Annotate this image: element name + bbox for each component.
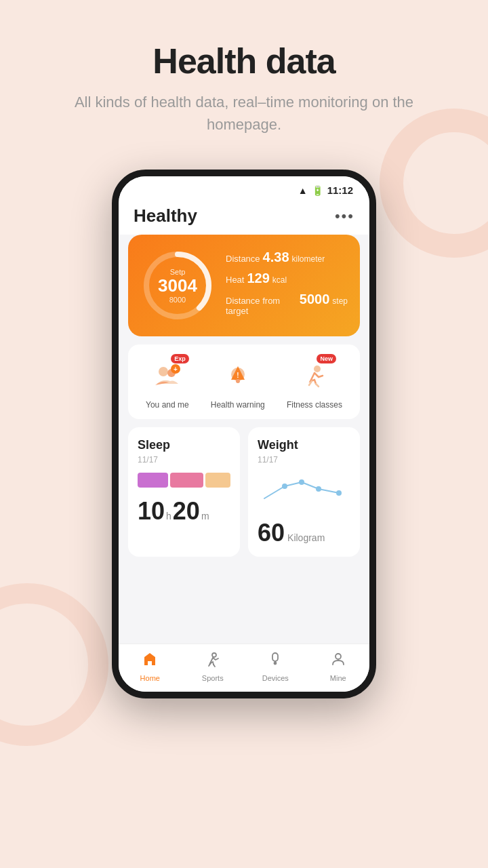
page-header: Health data All kinds of health data, re…	[0, 0, 488, 156]
sleep-card[interactable]: Sleep 11/17 10 h 20 m	[128, 427, 240, 557]
sleep-value: 10 h 20 m	[138, 497, 230, 526]
weight-title: Weight	[258, 438, 350, 452]
mine-icon	[330, 651, 346, 671]
sleep-bar-deep	[138, 473, 168, 488]
heat-value: 129	[247, 271, 269, 286]
svg-text:+: +	[174, 366, 178, 373]
fitness-classes-icon	[301, 362, 328, 389]
sleep-hours: 10	[138, 497, 165, 526]
bottom-nav: Home Sports	[119, 644, 369, 692]
you-and-me-icon: +	[154, 362, 181, 389]
feature-you-and-me[interactable]: Exp + You and me	[146, 357, 189, 410]
svg-point-15	[212, 653, 216, 657]
phone-content: Setp 3004 8000 Distance 4.38 kilometer H…	[119, 235, 369, 644]
heat-unit: kcal	[272, 275, 287, 285]
svg-point-12	[299, 479, 304, 485]
weight-chart	[258, 473, 350, 509]
sleep-date: 11/17	[138, 455, 230, 465]
time-display: 11:12	[327, 184, 353, 196]
svg-point-10	[314, 366, 321, 372]
sports-icon	[205, 651, 221, 671]
weight-number: 60	[258, 519, 285, 547]
nav-home-label: Home	[140, 674, 160, 682]
menu-button[interactable]: •••	[335, 208, 354, 225]
svg-rect-16	[272, 653, 278, 661]
weight-date: 11/17	[258, 455, 350, 465]
steps-value: 3004	[158, 276, 197, 296]
svg-text:!: !	[237, 372, 239, 379]
svg-point-11	[282, 484, 287, 489]
fitness-classes-icon-wrap: New	[296, 357, 333, 395]
svg-point-14	[336, 490, 342, 496]
target-unit: step	[332, 296, 348, 306]
data-cards-row: Sleep 11/17 10 h 20 m	[128, 427, 360, 557]
steps-label: Setp	[158, 268, 197, 276]
svg-point-9	[236, 379, 240, 383]
svg-point-2	[159, 367, 168, 376]
page-subtitle: All kinds of health data, real–time moni…	[0, 91, 488, 136]
feature-fitness-classes[interactable]: New Fitness classes	[287, 357, 342, 410]
sleep-bars	[138, 473, 230, 488]
features-card: Exp + You and me	[128, 344, 360, 419]
steps-stats: Distance 4.38 kilometer Heat 129 kcal Di…	[226, 250, 348, 321]
sleep-minutes-unit: m	[201, 511, 209, 521]
weight-value: 60 Kilogram	[258, 519, 350, 547]
target-stat: Distance from target 5000 step	[226, 292, 348, 316]
devices-icon	[267, 651, 283, 671]
you-and-me-icon-wrap: Exp +	[148, 357, 186, 395]
weight-card[interactable]: Weight 11/17	[248, 427, 360, 557]
steps-card[interactable]: Setp 3004 8000 Distance 4.38 kilometer H…	[128, 235, 360, 336]
feature-health-warning[interactable]: ! Health warning	[211, 357, 265, 410]
distance-label: Distance	[226, 254, 260, 264]
target-value: 5000	[300, 292, 330, 307]
nav-sports-label: Sports	[202, 674, 224, 682]
sleep-minutes: 20	[173, 497, 200, 526]
nav-mine[interactable]: Mine	[307, 651, 370, 682]
battery-icon: 🔋	[312, 185, 323, 196]
steps-target: 8000	[158, 295, 197, 303]
health-warning-icon: !	[224, 362, 251, 389]
nav-devices[interactable]: Devices	[244, 651, 307, 682]
you-and-me-badge: Exp	[171, 354, 189, 363]
health-warning-label: Health warning	[211, 400, 265, 410]
signal-icon: ▲	[298, 185, 308, 196]
home-icon	[142, 651, 158, 671]
fitness-classes-badge: New	[317, 354, 336, 363]
weight-unit: Kilogram	[287, 532, 325, 543]
app-header: Healthy •••	[119, 199, 369, 235]
phone-wrapper: ▲ 🔋 11:12 Healthy •••	[0, 170, 488, 698]
nav-devices-label: Devices	[262, 674, 289, 682]
steps-progress-circle: Setp 3004 8000	[140, 248, 215, 323]
phone-frame: ▲ 🔋 11:12 Healthy •••	[112, 170, 376, 698]
distance-unit: kilometer	[292, 254, 325, 264]
sleep-bar-light	[170, 473, 203, 488]
sleep-title: Sleep	[138, 438, 230, 452]
circle-center-text: Setp 3004 8000	[158, 268, 197, 304]
you-and-me-label: You and me	[146, 400, 189, 410]
page-title: Health data	[0, 41, 488, 81]
fitness-classes-label: Fitness classes	[287, 400, 342, 410]
app-title: Healthy	[134, 205, 197, 226]
status-bar: ▲ 🔋 11:12	[119, 176, 369, 199]
heat-stat: Heat 129 kcal	[226, 271, 348, 286]
distance-stat: Distance 4.38 kilometer	[226, 250, 348, 265]
weight-chart-svg	[258, 473, 346, 507]
heat-label: Heat	[226, 275, 244, 285]
nav-home[interactable]: Home	[119, 651, 182, 682]
sleep-bar-rem	[205, 473, 230, 488]
svg-point-18	[336, 654, 341, 659]
svg-point-13	[316, 486, 321, 492]
sleep-hours-unit: h	[166, 511, 171, 521]
nav-sports[interactable]: Sports	[182, 651, 245, 682]
nav-mine-label: Mine	[330, 674, 346, 682]
target-label: Distance from target	[226, 296, 297, 316]
distance-value: 4.38	[263, 250, 289, 265]
health-warning-icon-wrap: !	[219, 357, 257, 395]
